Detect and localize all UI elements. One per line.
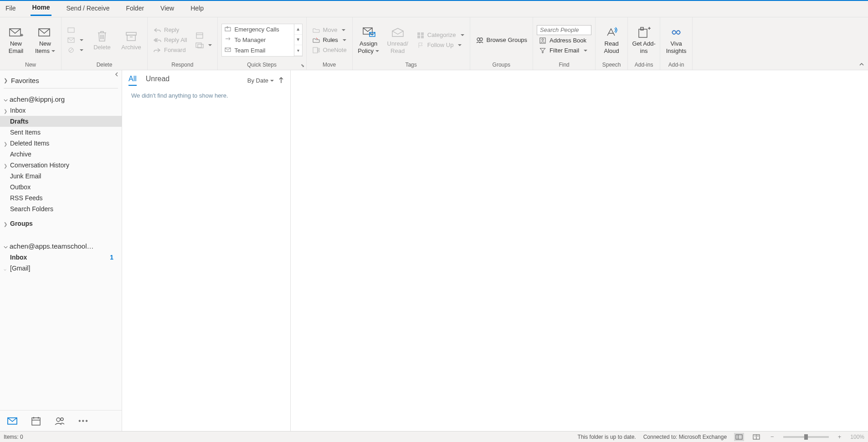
address-book-button[interactable]: Address Book [537, 36, 591, 45]
menu-send-receive[interactable]: Send / Receive [64, 3, 111, 16]
folder-pane-collapse[interactable] [114, 72, 119, 77]
new-email-icon [8, 26, 24, 39]
svg-point-39 [56, 418, 60, 421]
onenote-button[interactable]: OneNote [310, 46, 349, 55]
sort-by-date[interactable]: By Date [247, 77, 274, 84]
folder-search-folders[interactable]: Search Folders [0, 203, 122, 214]
meeting-button[interactable] [194, 31, 214, 40]
group-move: Move Rules OneNote Move [307, 17, 353, 70]
zoom-value: 100% [850, 434, 864, 440]
favorites-header[interactable]: ❯ Favorites [0, 75, 122, 86]
archive-button[interactable]: Archive [119, 28, 144, 52]
unread-read-button[interactable]: Unread/ Read [385, 25, 410, 55]
folder-pane: ❯ Favorites ⌵ achen@kippnj.org ❯Inbox Dr… [0, 70, 122, 431]
browse-groups-button[interactable]: Browse Groups [474, 36, 529, 45]
filter-icon [539, 47, 547, 54]
zoom-out-button[interactable]: − [769, 433, 776, 440]
menu-help[interactable]: Help [189, 3, 205, 16]
folder-outbox[interactable]: Outbox [0, 182, 122, 192]
svg-rect-13 [196, 43, 201, 47]
menu-view[interactable]: View [159, 3, 176, 16]
ribbon: New Email New Items New [0, 17, 868, 70]
nav-more[interactable]: ••• [78, 417, 89, 425]
menu-file[interactable]: File [4, 3, 18, 16]
nav-mail[interactable] [7, 416, 17, 426]
rules-button[interactable]: Rules [310, 36, 349, 45]
zoom-in-button[interactable]: + [836, 433, 843, 440]
viva-insights-button[interactable]: Viva Insights [664, 25, 688, 55]
filter-tab-all[interactable]: All [128, 75, 137, 86]
delete-button[interactable]: Delete [90, 28, 114, 52]
quick-steps-launcher[interactable]: ⬊ [301, 63, 304, 68]
team-email-icon [225, 47, 232, 54]
folder-archive[interactable]: Archive [0, 149, 122, 160]
reply-button[interactable]: Reply [151, 26, 189, 35]
qs-emergency[interactable]: Emergency Calls [222, 24, 294, 35]
search-people-input[interactable] [537, 25, 591, 35]
account-header-2[interactable]: ⌵ achen@apps.teamschool… [0, 237, 122, 252]
categorize-button[interactable]: Categorize [415, 31, 466, 40]
qs-to-manager[interactable]: To Manager [222, 35, 294, 45]
qs-team-email[interactable]: Team Email [222, 45, 294, 56]
move-button[interactable]: Move [310, 26, 349, 35]
group-tags: Assign Policy Unread/ Read Categorize Fo… [353, 17, 470, 70]
zoom-slider[interactable] [783, 436, 829, 438]
svg-point-27 [480, 38, 483, 41]
folder-deleted-items[interactable]: ❯Deleted Items [0, 138, 122, 149]
chevron-right-icon: ❯ [4, 78, 9, 83]
read-aloud-icon [604, 26, 619, 39]
group-delete: Delete Archive Delete [62, 17, 148, 70]
group-delete-label: Delete [65, 61, 144, 69]
follow-up-button[interactable]: Follow Up [415, 41, 466, 50]
forward-button[interactable]: Forward [151, 46, 189, 55]
sort-direction-button[interactable] [278, 77, 284, 83]
assign-policy-button[interactable]: Assign Policy [356, 25, 381, 55]
archive-icon [123, 29, 139, 43]
get-addins-button[interactable]: Get Add-ins [632, 25, 656, 55]
ignore-button[interactable] [65, 26, 85, 35]
folder-conversation-history[interactable]: ❯Conversation History [0, 160, 122, 171]
svg-rect-31 [641, 27, 643, 30]
nav-people[interactable] [55, 416, 65, 426]
new-items-icon [37, 26, 53, 39]
read-aloud-button[interactable]: Read Aloud [599, 25, 624, 55]
chevron-down-icon: ⌵ [4, 242, 8, 250]
account-header-1[interactable]: ⌵ achen@kippnj.org [0, 90, 122, 105]
more-respond-button[interactable] [194, 41, 214, 50]
nav-calendar[interactable] [31, 416, 41, 426]
groups-node[interactable]: ❯Groups [0, 218, 122, 229]
filter-tab-unread[interactable]: Unread [146, 75, 169, 86]
menu-folder[interactable]: Folder [124, 3, 146, 16]
group-new-label: New [4, 61, 57, 69]
menu-home[interactable]: Home [31, 2, 52, 16]
ribbon-collapse-button[interactable] [859, 62, 864, 67]
qs-expand[interactable]: ▾ [294, 45, 302, 56]
junk-icon [67, 47, 75, 54]
qs-scroll-up[interactable]: ▲ [294, 24, 302, 35]
folder-rss-feeds[interactable]: RSS Feeds [0, 192, 122, 203]
folder-junk-email[interactable]: Junk Email [0, 171, 122, 182]
view-normal-button[interactable] [734, 433, 744, 441]
folder-drafts[interactable]: Drafts [0, 116, 122, 127]
new-email-button[interactable]: New Email [4, 25, 28, 55]
folder-inbox[interactable]: ❯Inbox [0, 105, 122, 116]
junk-button[interactable] [65, 46, 85, 55]
view-reading-button[interactable] [751, 433, 761, 441]
new-items-label: New Items [33, 40, 57, 54]
new-items-button[interactable]: New Items [33, 25, 57, 55]
cleanup-button[interactable] [65, 36, 85, 45]
read-aloud-label: Read Aloud [599, 40, 624, 54]
ignore-icon [67, 26, 75, 34]
svg-point-40 [61, 418, 63, 421]
chevron-down-icon: ⌵ [4, 95, 8, 103]
reply-all-button[interactable]: Reply All [151, 36, 189, 45]
filter-email-button[interactable]: Filter Email [537, 46, 591, 55]
qs-scroll-down[interactable]: ▼ [294, 35, 302, 45]
group-groups-label: Groups [474, 61, 529, 69]
folder-gmail[interactable]: ⌵[Gmail] [0, 263, 122, 274]
folder-sent-items[interactable]: Sent Items [0, 127, 122, 138]
reply-all-icon [153, 36, 161, 44]
folder-inbox-2[interactable]: Inbox 1 [0, 252, 122, 263]
quick-steps-gallery[interactable]: Emergency Calls To Manager Team Email [221, 24, 294, 57]
forward-icon [153, 47, 161, 54]
